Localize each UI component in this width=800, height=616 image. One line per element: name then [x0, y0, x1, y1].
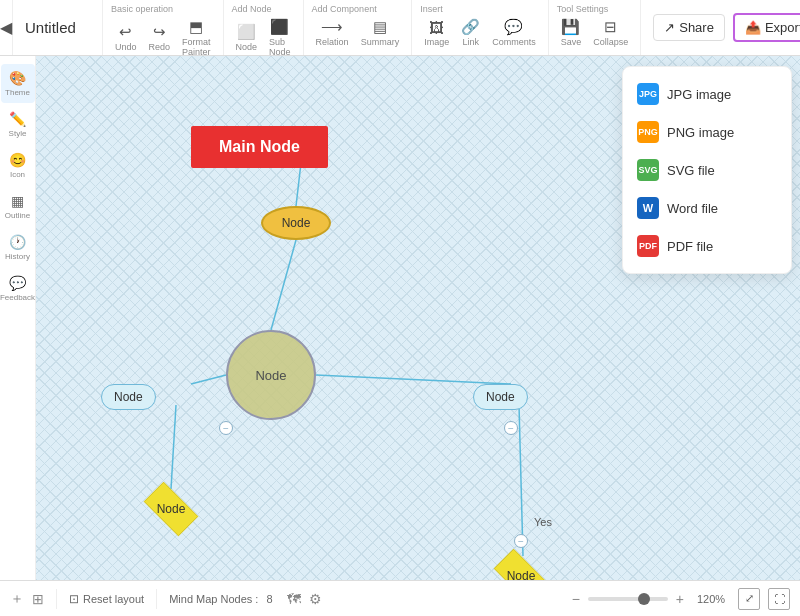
- relation-button[interactable]: ⟶ Relation: [312, 16, 353, 49]
- collapse-connector-3[interactable]: −: [514, 534, 528, 548]
- reset-layout-button[interactable]: ⊡ Reset layout: [69, 592, 144, 606]
- collapse-connector-1[interactable]: −: [219, 421, 233, 435]
- add-icon[interactable]: ＋: [10, 590, 24, 608]
- sidebar-item-feedback[interactable]: 💬 Feedback: [1, 269, 35, 308]
- toolbar-group-add-component: Add Component ⟶ Relation ▤ Summary: [304, 0, 413, 55]
- fit-screen-button[interactable]: ⤢: [738, 588, 760, 610]
- zoom-in-icon[interactable]: +: [676, 591, 684, 607]
- map-icon[interactable]: 🗺: [287, 591, 301, 607]
- export-icon: 📤: [745, 20, 761, 35]
- group-label-insert: Insert: [420, 4, 443, 14]
- statusbar: ＋ ⊞ ⊡ Reset layout Mind Map Nodes : 8 🗺 …: [0, 580, 800, 616]
- status-sep-2: [156, 589, 157, 609]
- comments-label: Comments: [492, 37, 536, 47]
- collapse-connector-2[interactable]: −: [504, 421, 518, 435]
- sidebar-item-style[interactable]: ✏️ Style: [1, 105, 35, 144]
- style-label: Style: [9, 129, 27, 138]
- svg-line-0: [296, 163, 301, 206]
- relation-icon: ⟶: [321, 18, 343, 36]
- share-button[interactable]: ↗ Share: [653, 14, 725, 41]
- sidebar-item-theme[interactable]: 🎨 Theme: [1, 64, 35, 103]
- theme-label: Theme: [5, 88, 30, 97]
- export-button[interactable]: 📤 Export: [733, 13, 800, 42]
- pdf-icon: PDF: [637, 235, 659, 257]
- svg-line-4: [171, 405, 176, 489]
- export-word-option[interactable]: W Word file: [623, 189, 791, 227]
- summary-icon: ▤: [373, 18, 387, 36]
- back-button[interactable]: ◀: [0, 0, 13, 55]
- diamond-node-left-label: Node: [157, 502, 186, 516]
- document-title: Untitled: [13, 0, 103, 55]
- sidebar-item-icon[interactable]: 😊 Icon: [1, 146, 35, 185]
- export-svg-label: SVG file: [667, 163, 715, 178]
- sidebar-item-outline[interactable]: ▦ Outline: [1, 187, 35, 226]
- link-icon: 🔗: [461, 18, 480, 36]
- png-icon: PNG: [637, 121, 659, 143]
- image-button[interactable]: 🖼 Image: [420, 17, 453, 49]
- export-dropdown: JPG JPG image PNG PNG image SVG SVG file…: [622, 66, 792, 274]
- redo-icon: ↪: [153, 23, 166, 41]
- grid-icon[interactable]: ⊞: [32, 591, 44, 607]
- toolbar: ◀ Untitled Basic operation ↩ Undo ↪ Redo…: [0, 0, 800, 56]
- svg-line-2: [191, 375, 226, 384]
- export-word-label: Word file: [667, 201, 718, 216]
- collapse-button[interactable]: ⊟ Collapse: [589, 16, 632, 49]
- comments-icon: 💬: [504, 18, 523, 36]
- diamond-node-right[interactable]: Node: [486, 556, 556, 580]
- relation-label: Relation: [316, 37, 349, 47]
- history-label: History: [5, 252, 30, 261]
- export-pdf-label: PDF file: [667, 239, 713, 254]
- main-node[interactable]: Main Node: [191, 126, 328, 168]
- undo-button[interactable]: ↩ Undo: [111, 21, 141, 54]
- group-label-add-component: Add Component: [312, 4, 377, 14]
- sub-node-button[interactable]: ⬛ Sub Node: [265, 16, 295, 59]
- group-label-tool-settings: Tool Settings: [557, 4, 609, 14]
- toolbar-group-basic: Basic operation ↩ Undo ↪ Redo ⬒ Format P…: [103, 0, 224, 55]
- oval-node[interactable]: Node: [261, 206, 331, 240]
- undo-icon: ↩: [119, 23, 132, 41]
- toolbar-group-tool-settings: Tool Settings 💾 Save ⊟ Collapse: [549, 0, 642, 55]
- reset-layout-label: Reset layout: [83, 593, 144, 605]
- zoom-out-icon[interactable]: −: [572, 591, 580, 607]
- link-button[interactable]: 🔗 Link: [457, 16, 484, 49]
- circle-node-label: Node: [255, 368, 286, 383]
- node-button[interactable]: ⬜ Node: [232, 21, 262, 54]
- fit-screen-icon: ⤢: [745, 592, 754, 605]
- summary-label: Summary: [361, 37, 400, 47]
- save-button[interactable]: 💾 Save: [557, 16, 586, 49]
- export-svg-option[interactable]: SVG SVG file: [623, 151, 791, 189]
- comments-button[interactable]: 💬 Comments: [488, 16, 540, 49]
- sub-node-label: Sub Node: [269, 37, 291, 57]
- outline-icon: ▦: [11, 193, 24, 209]
- rounded-node-right-label: Node: [486, 390, 515, 404]
- export-jpg-option[interactable]: JPG JPG image: [623, 75, 791, 113]
- export-png-option[interactable]: PNG PNG image: [623, 113, 791, 151]
- canvas: Main Node Node Node Node Node Node Yes N…: [36, 56, 800, 580]
- node-count: 8: [266, 593, 272, 605]
- outline-label: Outline: [5, 211, 30, 220]
- rounded-node-left-label: Node: [114, 390, 143, 404]
- zoom-slider[interactable]: [588, 597, 668, 601]
- svg-icon: SVG: [637, 159, 659, 181]
- main-node-label: Main Node: [219, 138, 300, 156]
- sidebar-item-history[interactable]: 🕐 History: [1, 228, 35, 267]
- redo-button[interactable]: ↪ Redo: [145, 21, 175, 54]
- style-icon: ✏️: [9, 111, 26, 127]
- format-painter-icon: ⬒: [189, 18, 203, 36]
- diamond-node-left[interactable]: Node: [136, 489, 206, 529]
- format-painter-label: Format Painter: [182, 37, 211, 57]
- share-label: Share: [679, 20, 714, 35]
- toolbar-group-insert: Insert 🖼 Image 🔗 Link 💬 Comments: [412, 0, 549, 55]
- summary-button[interactable]: ▤ Summary: [357, 16, 404, 49]
- rounded-node-left[interactable]: Node: [101, 384, 156, 410]
- icon-label: Icon: [10, 170, 25, 179]
- circle-node[interactable]: Node: [226, 330, 316, 420]
- settings-icon[interactable]: ⚙: [309, 591, 322, 607]
- export-pdf-option[interactable]: PDF PDF file: [623, 227, 791, 265]
- icon-icon: 😊: [9, 152, 26, 168]
- group-label-add-node: Add Node: [232, 4, 272, 14]
- fullscreen-button[interactable]: ⛶: [768, 588, 790, 610]
- rounded-node-right[interactable]: Node: [473, 384, 528, 410]
- format-painter-button[interactable]: ⬒ Format Painter: [178, 16, 215, 59]
- toolbar-group-add-node: Add Node ⬜ Node ⬛ Sub Node: [224, 0, 304, 55]
